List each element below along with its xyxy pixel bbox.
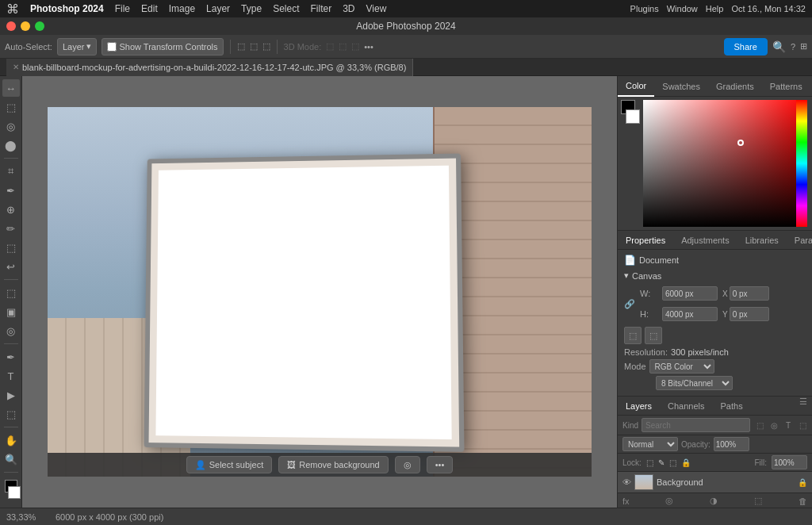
show-transform-controls[interactable]: Show Transform Controls [102,38,223,56]
gradient-tool[interactable]: ▣ [2,303,20,320]
tab-swatches[interactable]: Swatches [654,76,708,97]
menu-plugins[interactable]: Plugins [630,4,659,13]
tab-close-icon[interactable]: ✕ [13,63,19,71]
menu-image[interactable]: Image [169,3,195,14]
transform-checkbox[interactable] [107,42,117,52]
layers-search-input[interactable] [642,418,750,432]
type-tool[interactable]: T [2,367,20,385]
left-toolbar: ↔ ⬚ ◎ ⬤ ⌗ ✒ ⊕ ✏ ⬚ ↩ ⬚ ▣ ◎ ✒ T ▶ ⬚ ✋ 🔍 [0,76,22,508]
y-input[interactable] [730,307,769,321]
color-mode-select[interactable]: RGB Color CMYK Color Grayscale [649,359,714,374]
filter-adjust-icon[interactable]: ◎ [768,419,780,431]
discover-icon[interactable]: ⊞ [800,41,807,52]
tab-properties[interactable]: Properties [618,231,673,250]
menu-3d[interactable]: 3D [343,3,354,14]
history-brush-tool[interactable]: ↩ [2,258,20,275]
bit-depth-select[interactable]: 8 Bits/Channel 16 Bits/Channel 32 Bits/C… [656,376,733,390]
tab-patterns[interactable]: Patterns [762,76,810,97]
more-options[interactable]: ••• [364,42,373,52]
blend-mode-select[interactable]: Normal Multiply Screen [622,437,678,451]
zoom-tool[interactable]: 🔍 [2,450,20,468]
more-tools-button[interactable]: ••• [427,456,454,473]
align-left-icon[interactable]: ⬚ [237,41,245,52]
layers-more[interactable]: ☰ [795,397,812,415]
search-icon[interactable]: 🔍 [772,40,786,53]
fx-button[interactable]: fx [622,496,630,506]
layer-item-background[interactable]: 👁 Background 🔒 [618,472,812,492]
menu-file[interactable]: File [115,3,130,14]
lock-all-icon[interactable]: 🔒 [681,458,691,467]
mask-button[interactable]: ◎ [395,456,420,473]
align-right-icon[interactable]: ⬚ [262,41,270,52]
tab-adjustments[interactable]: Adjustments [673,231,737,250]
new-layer-button[interactable]: ⬚ [754,496,762,506]
delete-layer-button[interactable]: 🗑 [799,496,807,506]
menu-layer[interactable]: Layer [206,3,230,14]
opacity-input[interactable] [714,437,749,451]
filter-shape-icon[interactable]: ⬚ [796,419,809,431]
move-tool[interactable]: ↔ [2,79,20,97]
lock-artboard-icon[interactable]: ⬚ [669,458,676,467]
height-input[interactable] [662,307,718,321]
tab-paragraph[interactable]: Paragraph [787,231,812,250]
tab-paths[interactable]: Paths [713,397,751,416]
brush-tool[interactable]: ✏ [2,220,20,237]
menu-select[interactable]: Select [273,3,299,14]
document-tab[interactable]: ✕ blank-billboard-mockup-for-advertising… [6,59,413,76]
layer-visibility-icon[interactable]: 👁 [622,477,631,487]
background-color[interactable] [8,486,21,499]
menu-filter[interactable]: Filter [310,3,331,14]
pen-tool[interactable]: ✒ [2,348,20,366]
tab-channels[interactable]: Channels [660,397,712,416]
canvas-area[interactable]: 👤 Select subject 🖼 Remove background ◎ •… [22,76,617,508]
layer-select-dropdown[interactable]: Layer ▾ [57,38,98,56]
help-icon[interactable]: ? [791,42,795,52]
menu-edit[interactable]: Edit [141,3,158,14]
eraser-tool[interactable]: ⬚ [2,284,20,301]
healing-tool[interactable]: ⊕ [2,201,20,218]
menu-help[interactable]: Help [706,4,724,13]
color-hue-strip[interactable] [796,100,807,227]
color-picker[interactable] [643,100,807,227]
select-subject-button[interactable]: 👤 Select subject [186,456,272,473]
new-fill-layer-button[interactable]: ◑ [710,496,718,506]
canvas-landscape-icon[interactable]: ⬚ [624,327,642,344]
filter-type-icon[interactable]: T [782,419,795,431]
x-input[interactable] [730,286,769,301]
menu-view[interactable]: View [366,3,387,14]
share-button[interactable]: Share [724,38,768,56]
quick-select-tool[interactable]: ⬤ [2,136,20,154]
minimize-button[interactable] [21,21,30,31]
width-input[interactable] [662,286,718,301]
close-button[interactable] [6,21,16,31]
maximize-button[interactable] [35,21,44,31]
clone-tool[interactable]: ⬚ [2,239,20,256]
crop-tool[interactable]: ⌗ [2,163,20,180]
path-selection-tool[interactable]: ▶ [2,386,20,404]
tab-gradients[interactable]: Gradients [708,76,762,97]
shape-tool[interactable]: ⬚ [2,405,20,423]
menu-type[interactable]: Type [241,3,262,14]
align-center-icon[interactable]: ⬚ [250,41,258,52]
lasso-tool[interactable]: ◎ [2,117,20,135]
tool-separator-3 [4,343,18,344]
lock-position-icon[interactable]: ✎ [658,458,665,467]
background-swatch[interactable] [626,109,640,124]
menu-window[interactable]: Window [667,4,698,13]
filter-pixel-icon[interactable]: ⬚ [753,419,766,431]
fill-input[interactable] [772,455,807,469]
selection-tool[interactable]: ⬚ [2,98,20,116]
lock-pixels-icon[interactable]: ⬚ [646,458,653,467]
eyedropper-tool[interactable]: ✒ [2,182,20,199]
hand-tool[interactable]: ✋ [2,431,20,449]
tab-color[interactable]: Color [618,76,654,97]
apple-menu[interactable]: ⌘ [6,2,19,17]
add-mask-button[interactable]: ◎ [665,496,673,506]
blur-tool[interactable]: ◎ [2,322,20,339]
tab-libraries[interactable]: Libraries [737,231,787,250]
canvas-portrait-icon[interactable]: ⬚ [645,327,662,344]
tab-layers[interactable]: Layers [618,397,660,416]
document-icon: 📄 [624,255,636,266]
remove-background-button[interactable]: 🖼 Remove background [278,456,389,473]
layers-footer: fx ◎ ◑ ⬚ 🗑 [618,492,812,508]
